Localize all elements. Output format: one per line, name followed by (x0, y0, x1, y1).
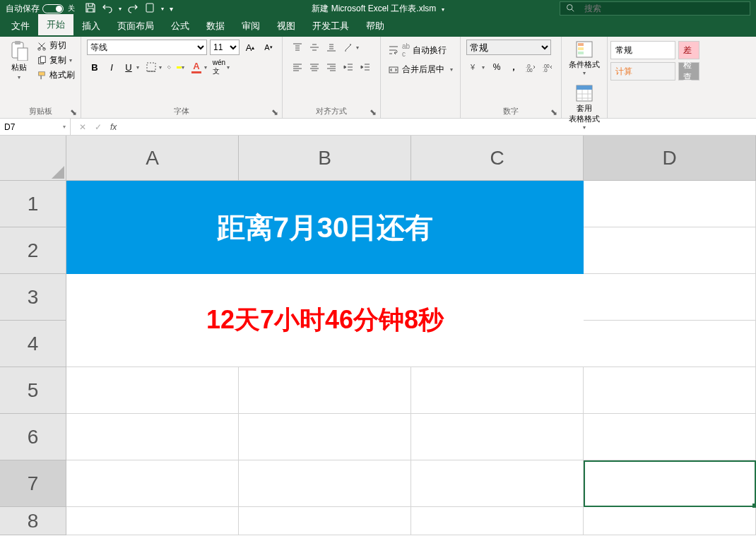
tab-layout[interactable]: 页面布局 (109, 16, 163, 37)
active-cell[interactable] (584, 460, 756, 507)
merge-center-button[interactable]: 合并后居中▾ (386, 61, 454, 78)
cell[interactable] (239, 367, 411, 414)
redo-icon[interactable] (127, 2, 138, 16)
cut-button[interactable]: 剪切 (37, 40, 75, 52)
cell[interactable] (239, 414, 411, 460)
percent-button[interactable]: % (489, 59, 504, 75)
cell[interactable] (584, 274, 756, 321)
select-all-corner[interactable] (0, 136, 66, 180)
filename-dd-icon[interactable]: ▾ (442, 6, 444, 13)
cell[interactable] (584, 367, 756, 414)
cellstyle-check[interactable]: 检查 (678, 62, 699, 81)
paste-button[interactable]: 粘贴 ▾ (6, 40, 33, 81)
number-format-select[interactable]: 常规 (466, 40, 551, 55)
touch-mode-icon[interactable] (144, 2, 155, 16)
row-header-1[interactable]: 1 (0, 181, 66, 227)
number-launcher-icon[interactable]: ⬊ (550, 107, 559, 116)
comma-button[interactable]: ， (506, 59, 521, 75)
row-header-3[interactable]: 3 (0, 274, 66, 321)
increase-indent-icon[interactable] (358, 59, 373, 75)
copy-button[interactable]: 复制▾ (37, 54, 75, 66)
align-launcher-icon[interactable]: ⬊ (370, 107, 378, 116)
underline-button[interactable]: U▾ (121, 59, 142, 75)
fx-icon[interactable]: fx (110, 122, 117, 132)
undo-icon[interactable] (102, 2, 113, 16)
search-box[interactable] (560, 1, 750, 16)
tab-file[interactable]: 文件 (3, 16, 38, 37)
phonetic-button[interactable]: wén文▾ (211, 59, 232, 75)
bold-button[interactable]: B (87, 59, 102, 75)
align-top-icon[interactable] (290, 40, 305, 55)
cellstyle-normal[interactable]: 常规 (610, 41, 675, 59)
cell[interactable] (411, 507, 584, 535)
format-painter-button[interactable]: 格式刷 (37, 69, 75, 81)
row-header-6[interactable]: 6 (0, 414, 66, 460)
cell[interactable] (584, 507, 756, 535)
enter-icon[interactable]: ✓ (95, 122, 102, 132)
row-header-7[interactable]: 7 (0, 460, 66, 507)
tab-developer[interactable]: 开发工具 (304, 16, 358, 37)
save-icon[interactable] (85, 2, 96, 16)
cell[interactable] (411, 460, 584, 507)
cancel-icon[interactable]: ✕ (79, 122, 86, 132)
font-launcher-icon[interactable]: ⬊ (271, 107, 280, 116)
col-header-d[interactable]: D (584, 136, 756, 180)
increase-decimal-icon[interactable]: .0.00 (523, 59, 538, 75)
formula-input[interactable] (125, 119, 756, 135)
cell[interactable] (66, 414, 239, 460)
font-color-button[interactable]: A▾ (189, 59, 210, 75)
cell[interactable] (239, 460, 411, 507)
cell[interactable] (66, 367, 239, 414)
qat-dd-icon[interactable]: ▾ (161, 6, 164, 12)
clipboard-launcher-icon[interactable]: ⬊ (70, 107, 78, 116)
format-table-button[interactable]: 套用 表格格式 ▾ (567, 83, 601, 131)
font-name-select[interactable]: 等线 (87, 40, 207, 55)
wrap-text-button[interactable]: abc自动换行 (386, 40, 454, 61)
fill-color-button[interactable]: ▾ (166, 59, 187, 75)
cell[interactable] (584, 321, 756, 367)
border-button[interactable]: ▾ (143, 59, 165, 75)
autosave-toggle[interactable]: 自动保存 关 (6, 3, 75, 15)
orientation-button[interactable]: ▾ (341, 40, 362, 55)
cell[interactable] (411, 367, 584, 414)
col-header-c[interactable]: C (411, 136, 584, 180)
row-header-5[interactable]: 5 (0, 367, 66, 414)
search-input[interactable] (580, 4, 744, 13)
col-header-a[interactable]: A (66, 136, 239, 180)
decrease-decimal-icon[interactable]: .00.0 (540, 59, 555, 75)
cell[interactable] (584, 227, 756, 274)
align-left-icon[interactable] (290, 59, 305, 75)
cell[interactable] (66, 507, 239, 535)
merged-countdown-cell[interactable]: 12天7小时46分钟8秒 (66, 274, 584, 367)
decrease-font-icon[interactable]: A▾ (261, 40, 276, 55)
cellstyle-calc[interactable]: 计算 (610, 62, 675, 81)
tab-formulas[interactable]: 公式 (163, 16, 198, 37)
undo-dd-icon[interactable]: ▾ (119, 6, 122, 12)
cellstyle-bad[interactable]: 差 (678, 41, 699, 59)
col-header-b[interactable]: B (239, 136, 411, 180)
name-box[interactable]: D7 ▾ (0, 119, 71, 135)
cell[interactable] (239, 507, 411, 535)
cell[interactable] (66, 460, 239, 507)
tab-help[interactable]: 帮助 (358, 16, 393, 37)
tab-home[interactable]: 开始 (38, 14, 73, 37)
cell[interactable] (411, 414, 584, 460)
cell[interactable] (584, 181, 756, 227)
align-right-icon[interactable] (324, 59, 339, 75)
align-bottom-icon[interactable] (324, 40, 339, 55)
align-middle-icon[interactable] (307, 40, 322, 55)
row-header-2[interactable]: 2 (0, 227, 66, 274)
italic-button[interactable]: I (104, 59, 119, 75)
tab-data[interactable]: 数据 (198, 16, 233, 37)
tab-review[interactable]: 审阅 (233, 16, 268, 37)
accounting-format-button[interactable]: ¥▾ (466, 59, 488, 75)
cell[interactable] (584, 414, 756, 460)
tab-insert[interactable]: 插入 (73, 16, 109, 37)
row-header-4[interactable]: 4 (0, 321, 66, 367)
row-header-8[interactable]: 8 (0, 507, 66, 535)
decrease-indent-icon[interactable] (341, 59, 356, 75)
align-center-icon[interactable] (307, 59, 322, 75)
qat-overflow-icon[interactable]: ▾ (170, 5, 173, 13)
conditional-format-button[interactable]: 条件格式 ▾ (567, 40, 601, 76)
increase-font-icon[interactable]: A▴ (242, 40, 258, 55)
